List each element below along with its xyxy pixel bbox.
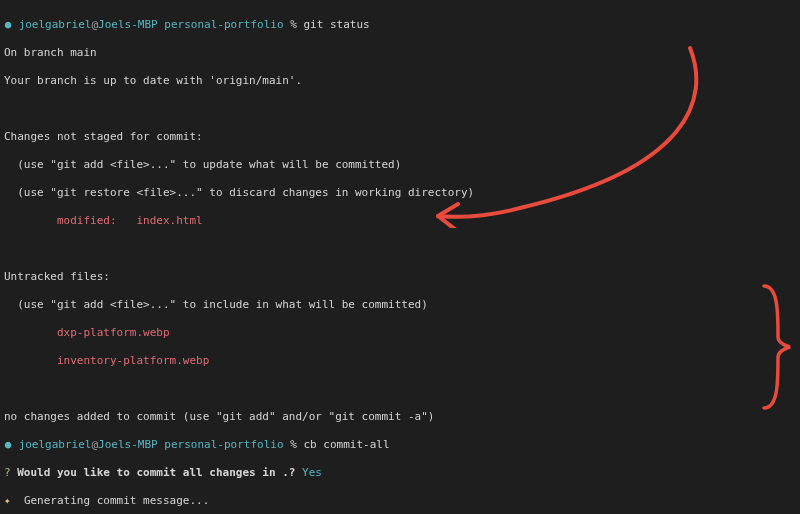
answer-yes-1: Yes bbox=[302, 466, 322, 479]
modified-file: index.html bbox=[136, 214, 202, 227]
prompt-dir: personal-portfolio bbox=[164, 18, 283, 31]
sparkle-icon: ✦ bbox=[4, 494, 11, 507]
cmd-git-status: git status bbox=[303, 18, 369, 31]
prompt-indicator-icon: ● bbox=[4, 18, 12, 32]
status-nochanges: no changes added to commit (use "git add… bbox=[4, 410, 796, 424]
cmd-commit-all: cb commit-all bbox=[303, 438, 389, 451]
untracked-file-2: inventory-platform.webp bbox=[4, 354, 796, 368]
status-untracked: Untracked files: bbox=[4, 270, 796, 284]
status-modified: modified: index.html bbox=[4, 214, 796, 228]
modified-label: modified: bbox=[4, 214, 136, 227]
untracked-file-1: dxp-platform.webp bbox=[4, 326, 796, 340]
prompt-user: joelgabriel bbox=[19, 18, 92, 31]
status-uptodate: Your branch is up to date with 'origin/m… bbox=[4, 74, 796, 88]
prompt-line-1: ● joelgabriel@Joels-MBP personal-portfol… bbox=[4, 18, 796, 32]
status-notstaged: Changes not staged for commit: bbox=[4, 130, 796, 144]
question-commit-all: ? Would you like to commit all changes i… bbox=[4, 466, 796, 480]
generating-message: ✦ Generating commit message... bbox=[4, 494, 796, 508]
prompt-line-2: ● joelgabriel@Joels-MBP personal-portfol… bbox=[4, 438, 796, 452]
prompt-indicator-icon: ● bbox=[4, 438, 12, 452]
status-hint-include: (use "git add <file>..." to include in w… bbox=[4, 298, 796, 312]
status-hint-restore: (use "git restore <file>..." to discard … bbox=[4, 186, 796, 200]
terminal-output[interactable]: ● joelgabriel@Joels-MBP personal-portfol… bbox=[0, 0, 800, 514]
prompt-host: Joels-MBP bbox=[98, 18, 158, 31]
prompt-sep: % bbox=[290, 18, 297, 31]
status-branch: On branch main bbox=[4, 46, 796, 60]
status-hint-add: (use "git add <file>..." to update what … bbox=[4, 158, 796, 172]
